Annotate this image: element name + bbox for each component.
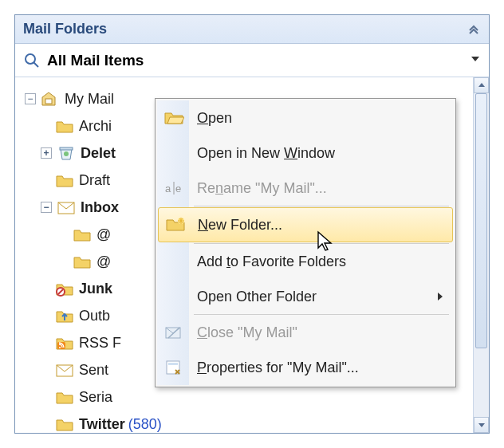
new-folder-icon — [165, 214, 186, 235]
expander-minus-icon[interactable]: − — [25, 93, 36, 104]
search-icon — [23, 52, 41, 69]
tree-label: My Mail — [65, 91, 114, 108]
expander-plus-icon[interactable]: + — [41, 147, 52, 159]
tree-label: Seria — [79, 389, 112, 406]
scroll-down-button[interactable] — [474, 417, 489, 433]
menu-label: Open — [197, 110, 232, 127]
junk-folder-icon — [55, 281, 74, 297]
all-mail-items-row[interactable]: All Mail Items — [15, 44, 489, 77]
svg-text:e: e — [175, 183, 181, 195]
menu-label: Rename "My Mail"... — [197, 180, 327, 197]
tree-label: Inbox — [81, 199, 119, 216]
tree-label: Sent — [79, 362, 108, 379]
tree-serial[interactable]: Seria — [20, 383, 489, 411]
menu-label: Properties for "My Mail"... — [197, 360, 359, 376]
tree-label: Delet — [81, 145, 116, 162]
menu-label: Add to Favorite Folders — [197, 253, 346, 270]
outbox-icon — [55, 308, 74, 324]
rename-icon: ae — [163, 178, 184, 198]
trash-icon — [57, 145, 76, 161]
menu-open-new-window[interactable]: Open in New Window — [157, 136, 454, 171]
unread-count: (580) — [128, 416, 162, 433]
folder-icon — [55, 389, 74, 405]
inbox-icon — [57, 199, 76, 215]
menu-label: Close "My Mail" — [197, 324, 297, 341]
tree-label: Outb — [79, 308, 110, 324]
menu-open[interactable]: Open — [157, 100, 454, 136]
tree-label: @ — [96, 226, 111, 243]
menu-label: Open in New Window — [197, 145, 335, 162]
vertical-scrollbar[interactable] — [473, 77, 489, 433]
menu-close: Close "My Mail" — [157, 315, 454, 350]
menu-new-folder[interactable]: New Folder... — [158, 207, 453, 242]
panel-title: Mail Folders — [23, 21, 107, 37]
open-folder-icon — [163, 108, 184, 128]
submenu-arrow-icon — [436, 289, 444, 305]
menu-label: New Folder... — [198, 217, 282, 234]
tree-label: RSS F — [79, 335, 121, 352]
expander-minus-icon[interactable]: − — [41, 202, 52, 213]
menu-add-favorite[interactable]: Add to Favorite Folders — [157, 244, 454, 279]
scroll-track[interactable] — [474, 93, 489, 417]
menu-open-other[interactable]: Open Other Folder — [157, 279, 454, 314]
folder-icon — [55, 172, 74, 188]
properties-icon — [163, 357, 184, 378]
scroll-up-button[interactable] — [474, 77, 489, 93]
tree-label: @ — [96, 253, 111, 270]
tree-label: Twitter — [79, 416, 125, 433]
svg-rect-3 — [45, 99, 52, 104]
panel-header: Mail Folders — [15, 15, 489, 44]
menu-properties[interactable]: Properties for "My Mail"... — [157, 350, 454, 385]
svg-text:a: a — [165, 183, 171, 195]
scroll-thumb[interactable] — [475, 93, 487, 348]
mailbox-icon — [41, 91, 60, 107]
tree-label: Archi — [79, 118, 112, 135]
svg-rect-4 — [60, 147, 73, 150]
folder-icon — [73, 253, 92, 269]
collapse-chevron-icon[interactable] — [467, 22, 481, 37]
svg-point-10 — [59, 347, 61, 348]
menu-separator — [194, 206, 449, 206]
tree-label: Draft — [79, 172, 110, 189]
menu-label: Open Other Folder — [197, 289, 317, 305]
all-mail-items-label: All Mail Items — [47, 52, 144, 69]
rss-folder-icon — [55, 335, 74, 351]
dropdown-caret-icon[interactable] — [470, 52, 481, 69]
context-menu: Open Open in New Window ae Rename "My Ma… — [155, 98, 456, 387]
sent-icon — [55, 362, 74, 378]
mail-folders-panel: Mail Folders All Mail Items − My Mail — [14, 14, 490, 434]
folder-icon — [73, 226, 92, 242]
folder-icon — [55, 118, 74, 134]
svg-point-5 — [64, 151, 69, 156]
close-mail-icon — [163, 322, 184, 343]
menu-rename: ae Rename "My Mail"... — [157, 171, 454, 206]
svg-rect-19 — [168, 363, 178, 365]
tree-label: Junk — [79, 281, 112, 297]
folder-icon — [55, 416, 74, 432]
tree-twitter[interactable]: Twitter (580) — [20, 411, 489, 433]
